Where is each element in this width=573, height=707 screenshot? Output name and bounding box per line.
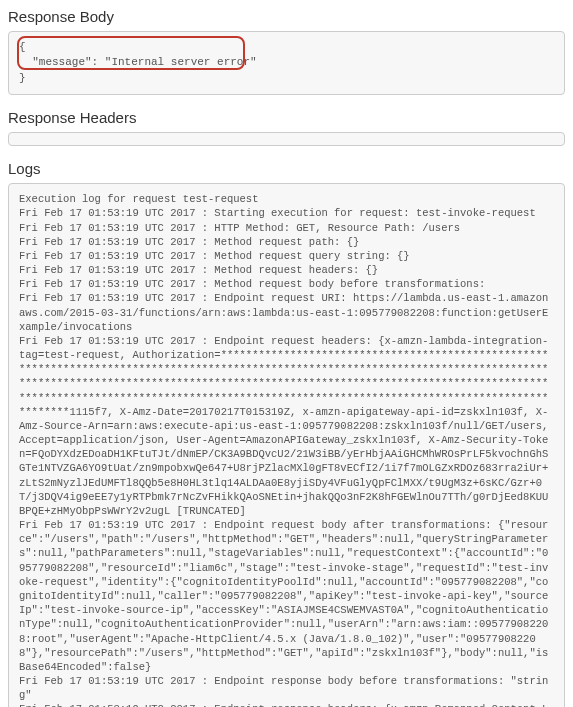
response-headers-panel	[8, 132, 565, 146]
logs-title: Logs	[8, 160, 565, 177]
logs-content: Execution log for request test-request F…	[19, 192, 554, 707]
response-headers-title: Response Headers	[8, 109, 565, 126]
response-body-panel: { "message": "Internal server error" }	[8, 31, 565, 95]
logs-panel: Execution log for request test-request F…	[8, 183, 565, 707]
response-body-title: Response Body	[8, 8, 565, 25]
response-body-content: { "message": "Internal server error" }	[19, 40, 554, 86]
